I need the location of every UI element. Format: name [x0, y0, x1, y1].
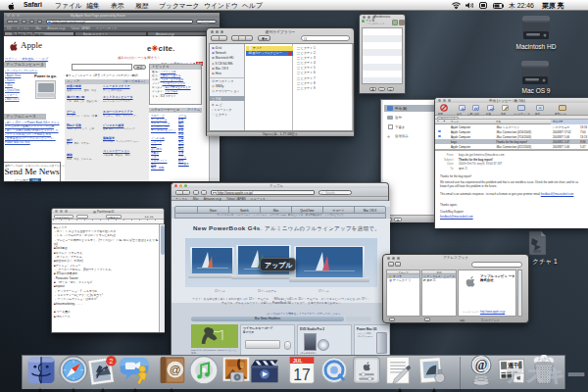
svg-text:JUL: JUL: [293, 358, 303, 364]
svg-text:@: @: [475, 358, 488, 372]
svg-text:2: 2: [110, 358, 114, 365]
svg-text:@: @: [170, 363, 181, 375]
svg-text:17: 17: [293, 367, 310, 383]
